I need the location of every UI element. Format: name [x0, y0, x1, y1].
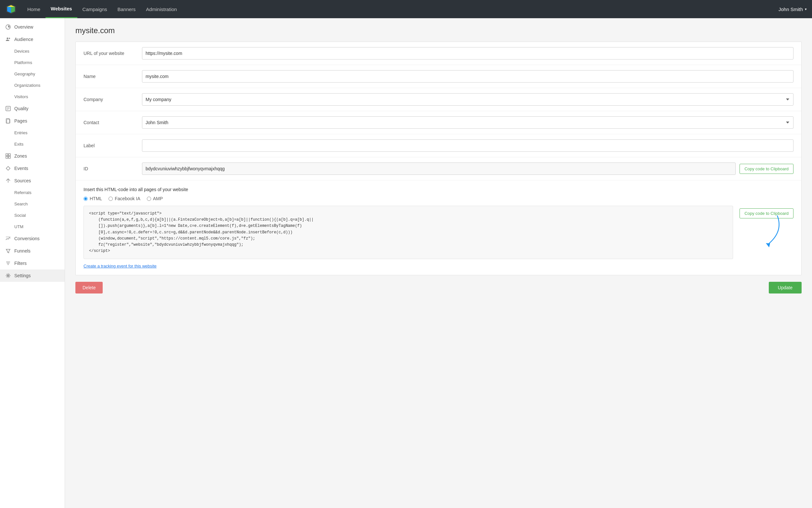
sidebar-label-overview: Overview — [14, 25, 33, 30]
sidebar-label-devices: Devices — [14, 49, 29, 54]
contact-select[interactable]: John Smith — [142, 116, 794, 129]
chevron-down-icon: ▾ — [805, 7, 807, 11]
sidebar-item-audience[interactable]: Audience — [0, 33, 65, 45]
sidebar-label-exits: Exits — [14, 142, 24, 146]
radio-facebook-input[interactable] — [108, 197, 113, 201]
events-icon — [5, 165, 11, 171]
sidebar-label-conversions: Conversions — [14, 236, 40, 241]
nav-websites[interactable]: Websites — [45, 0, 77, 18]
sidebar-label-events: Events — [14, 166, 28, 171]
sidebar-item-settings[interactable]: Settings — [0, 269, 65, 282]
sidebar-label-social: Social — [14, 213, 26, 218]
sidebar-item-devices[interactable]: Devices — [0, 45, 65, 57]
sidebar-item-overview[interactable]: Overview — [0, 21, 65, 33]
code-block: <script type="text/javascript"> (functio… — [84, 206, 733, 259]
sidebar-item-events[interactable]: Events — [0, 162, 65, 174]
sources-icon — [5, 178, 11, 184]
conversions-icon — [5, 236, 11, 242]
sidebar-label-visitors: Visitors — [14, 94, 28, 99]
radio-amp[interactable]: AMP — [147, 196, 163, 201]
name-input[interactable] — [142, 70, 794, 83]
company-select[interactable]: My company — [142, 93, 794, 105]
sidebar-item-platforms[interactable]: Platforms — [0, 57, 65, 68]
code-section-title: Insert this HTML-code into all pages of … — [84, 187, 794, 192]
sidebar-item-exits[interactable]: Exits — [0, 138, 65, 150]
sidebar-item-entries[interactable]: Entries — [0, 127, 65, 138]
sidebar-label-entries: Entries — [14, 130, 27, 135]
sidebar-item-funnels[interactable]: Funnels — [0, 245, 65, 257]
url-row: URL of your website — [76, 42, 801, 65]
sidebar-label-filters: Filters — [14, 261, 27, 266]
people-icon — [5, 36, 11, 42]
id-row: ID Copy code to Clipboard — [76, 157, 801, 180]
sidebar-item-sources[interactable]: Sources — [0, 174, 65, 187]
user-name: John Smith — [778, 6, 803, 12]
sidebar-label-platforms: Platforms — [14, 60, 32, 65]
code-section: Insert this HTML-code into all pages of … — [76, 180, 801, 275]
url-input[interactable] — [142, 47, 794, 59]
svg-rect-11 — [8, 154, 10, 156]
sidebar: Overview Audience Devices Platforms Geog… — [0, 18, 65, 508]
label-input[interactable] — [142, 139, 794, 152]
sidebar-label-zones: Zones — [14, 154, 27, 159]
page-title: mysite.com — [75, 26, 802, 35]
sidebar-item-filters[interactable]: Filters — [0, 257, 65, 269]
company-label: Company — [84, 97, 135, 102]
update-button[interactable]: Update — [769, 282, 802, 294]
delete-button[interactable]: Delete — [75, 282, 103, 294]
sidebar-item-zones[interactable]: Zones — [0, 150, 65, 162]
sidebar-item-referrals[interactable]: Referrals — [0, 187, 65, 198]
sidebar-item-conversions[interactable]: Conversions — [0, 232, 65, 245]
sidebar-item-social[interactable]: Social — [0, 210, 65, 221]
radio-html-input[interactable] — [84, 197, 88, 201]
id-input[interactable] — [142, 163, 736, 175]
action-bar: Delete Update — [75, 282, 802, 294]
svg-rect-10 — [6, 154, 8, 156]
nav-banners[interactable]: Banners — [112, 1, 141, 18]
sidebar-label-pages: Pages — [14, 118, 27, 124]
sidebar-label-geography: Geography — [14, 72, 35, 76]
nav-campaigns[interactable]: Campaigns — [77, 1, 112, 18]
settings-icon — [5, 273, 11, 279]
website-form: URL of your website Name Company My comp… — [75, 42, 802, 275]
sidebar-item-geography[interactable]: Geography — [0, 68, 65, 80]
company-row: Company My company — [76, 88, 801, 111]
logo[interactable] — [5, 3, 17, 15]
funnels-icon — [5, 248, 11, 254]
tracking-link[interactable]: Create a tracking event for this website — [84, 264, 156, 268]
radio-facebook[interactable]: Facebook IA — [108, 196, 140, 201]
user-menu[interactable]: John Smith ▾ — [778, 6, 807, 12]
sidebar-label-sources: Sources — [14, 178, 31, 183]
radio-amp-input[interactable] — [147, 197, 151, 201]
svg-point-6 — [9, 38, 10, 39]
url-label: URL of your website — [84, 51, 135, 56]
sidebar-item-organizations[interactable]: Organizations — [0, 80, 65, 91]
top-navigation: Home Websites Campaigns Banners Administ… — [0, 0, 812, 18]
svg-marker-15 — [766, 243, 770, 247]
id-label: ID — [84, 166, 135, 171]
radio-facebook-label: Facebook IA — [115, 196, 140, 201]
sidebar-label-search: Search — [14, 202, 28, 206]
label-row: Label — [76, 134, 801, 157]
copy-id-button[interactable]: Copy code to Clipboard — [739, 164, 794, 174]
nav-administration[interactable]: Administration — [141, 1, 182, 18]
sidebar-label-organizations: Organizations — [14, 83, 40, 88]
sidebar-item-quality[interactable]: Quality — [0, 102, 65, 115]
sidebar-item-visitors[interactable]: Visitors — [0, 91, 65, 102]
chart-icon — [5, 24, 11, 30]
sidebar-item-search[interactable]: Search — [0, 198, 65, 210]
radio-html[interactable]: HTML — [84, 196, 102, 201]
svg-rect-12 — [6, 156, 8, 158]
sidebar-item-utm[interactable]: UTM — [0, 221, 65, 232]
sidebar-item-pages[interactable]: Pages — [0, 115, 65, 127]
main-content: mysite.com URL of your website Name Comp… — [65, 18, 812, 508]
sidebar-label-referrals: Referrals — [14, 190, 32, 195]
name-label: Name — [84, 74, 135, 79]
svg-point-14 — [7, 275, 9, 277]
contact-row: Contact John Smith — [76, 111, 801, 134]
id-input-wrap: Copy code to Clipboard — [142, 163, 794, 175]
filters-icon — [5, 260, 11, 266]
name-row: Name — [76, 65, 801, 88]
nav-home[interactable]: Home — [22, 1, 45, 18]
radio-html-label: HTML — [90, 196, 102, 201]
